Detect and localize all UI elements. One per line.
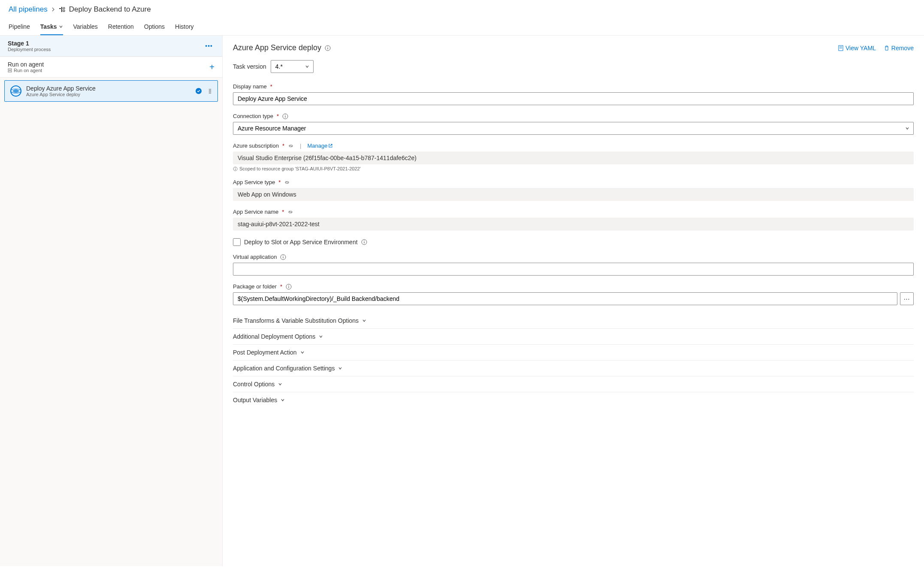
connection-type-select[interactable]	[233, 122, 914, 135]
breadcrumb-current: Deploy Backend to Azure	[69, 5, 151, 14]
right-panel: Azure App Service deploy View YAML Remov…	[223, 36, 924, 566]
task-subtitle: Azure App Service deploy	[26, 92, 191, 97]
stage-name: Stage 1	[8, 40, 51, 47]
info-icon[interactable]	[280, 254, 286, 260]
agent-subtitle: Run on agent	[8, 68, 44, 73]
tab-history[interactable]: History	[175, 19, 194, 35]
agent-job-row[interactable]: Run on agent Run on agent +	[0, 57, 222, 78]
connection-type-label: Connection type	[233, 113, 273, 119]
link-icon[interactable]	[284, 179, 290, 185]
link-icon[interactable]	[287, 209, 293, 215]
tab-variables[interactable]: Variables	[73, 19, 98, 35]
info-icon[interactable]	[325, 45, 331, 51]
chevron-right-icon	[51, 7, 55, 12]
task-row-deploy-app-service[interactable]: Deploy Azure App Service Azure App Servi…	[4, 80, 218, 102]
package-input[interactable]	[233, 292, 897, 305]
stage-more-button[interactable]: •••	[203, 42, 214, 50]
info-icon	[233, 167, 238, 171]
drag-handle-icon[interactable]	[209, 89, 212, 94]
task-version-label: Task version	[233, 63, 266, 70]
svg-point-26	[283, 255, 284, 256]
chevron-down-icon	[278, 382, 282, 386]
add-task-button[interactable]: +	[209, 62, 214, 72]
divider: |	[297, 142, 304, 149]
svg-point-17	[285, 115, 286, 115]
info-icon[interactable]	[361, 239, 367, 245]
section-control-options[interactable]: Control Options	[233, 376, 914, 392]
tab-retention[interactable]: Retention	[108, 19, 134, 35]
stage-header[interactable]: Stage 1 Deployment process •••	[0, 36, 222, 57]
deploy-to-slot-checkbox[interactable]	[233, 238, 241, 246]
link-icon[interactable]	[288, 143, 294, 149]
breadcrumb: All pipelines Deploy Backend to Azure	[0, 0, 924, 19]
stage-subtitle: Deployment process	[8, 47, 51, 52]
manage-subscription-link[interactable]: Manage	[307, 142, 333, 149]
section-additional-deployment[interactable]: Additional Deployment Options	[233, 329, 914, 345]
display-name-label: Display name	[233, 83, 267, 90]
tabs-bar: Pipeline Tasks Variables Retention Optio…	[0, 19, 924, 36]
section-output-variables[interactable]: Output Variables	[233, 392, 914, 408]
agent-title: Run on agent	[8, 61, 44, 68]
subscription-input[interactable]	[233, 152, 914, 164]
svg-rect-5	[8, 71, 12, 72]
tab-tasks[interactable]: Tasks	[40, 19, 63, 35]
task-version-select[interactable]	[271, 60, 314, 73]
info-icon[interactable]	[286, 284, 292, 290]
svg-point-23	[364, 240, 365, 241]
browse-button[interactable]: ···	[900, 292, 914, 305]
section-file-transforms[interactable]: File Transforms & Variable Substitution …	[233, 313, 914, 329]
app-service-type-label: App Service type	[233, 179, 275, 185]
app-service-type-input[interactable]	[233, 188, 914, 201]
virtual-app-input[interactable]	[233, 263, 914, 276]
chevron-down-icon	[362, 318, 366, 323]
breadcrumb-root-link[interactable]: All pipelines	[9, 5, 48, 14]
svg-rect-4	[8, 69, 12, 70]
section-post-deployment[interactable]: Post Deployment Action	[233, 345, 914, 361]
svg-point-2	[63, 7, 65, 9]
chevron-down-icon	[319, 334, 323, 339]
view-yaml-button[interactable]: View YAML	[838, 45, 876, 52]
svg-point-3	[63, 10, 65, 12]
app-service-name-input[interactable]	[233, 218, 914, 230]
yaml-icon	[838, 45, 844, 51]
chevron-down-icon	[59, 24, 63, 29]
panel-title: Azure App Service deploy	[233, 43, 331, 52]
chevron-down-icon	[338, 366, 342, 370]
external-link-icon	[328, 143, 333, 148]
subscription-helper: Scoped to resource group 'STAG-AUIUI-P8V…	[233, 166, 914, 171]
chevron-down-icon	[281, 398, 285, 402]
pipeline-icon	[59, 6, 66, 13]
tab-tasks-label: Tasks	[40, 23, 57, 30]
deploy-to-slot-label: Deploy to Slot or App Service Environmen…	[244, 239, 358, 246]
remove-button[interactable]: Remove	[884, 45, 914, 52]
chevron-down-icon	[300, 350, 305, 355]
tab-options[interactable]: Options	[144, 19, 165, 35]
section-app-config[interactable]: Application and Configuration Settings	[233, 361, 914, 376]
package-label: Package or folder	[233, 283, 277, 290]
info-icon[interactable]	[282, 113, 288, 119]
task-title: Deploy Azure App Service	[26, 85, 191, 92]
left-panel: Stage 1 Deployment process ••• Run on ag…	[0, 36, 223, 566]
svg-point-11	[327, 46, 328, 47]
check-circle-icon	[195, 88, 202, 94]
subscription-label: Azure subscription	[233, 142, 279, 149]
tab-pipeline[interactable]: Pipeline	[9, 19, 30, 35]
app-service-name-label: App Service name	[233, 209, 278, 215]
svg-point-20	[235, 167, 236, 168]
svg-point-29	[288, 285, 289, 286]
virtual-app-label: Virtual application	[233, 254, 277, 260]
trash-icon	[884, 45, 890, 51]
display-name-input[interactable]	[233, 92, 914, 105]
svg-rect-0	[59, 8, 61, 9]
azure-app-service-icon	[10, 85, 22, 97]
server-icon	[8, 68, 12, 73]
svg-rect-1	[61, 7, 62, 12]
